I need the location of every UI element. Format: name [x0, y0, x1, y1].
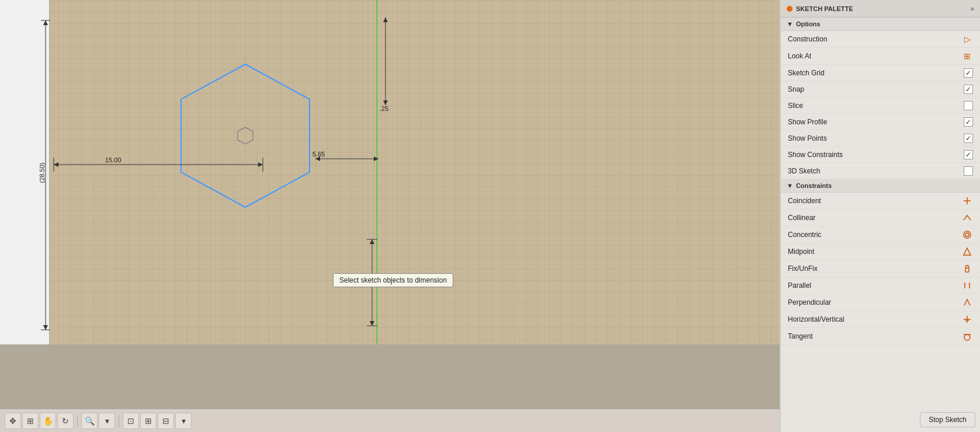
constraints-section-label: Constraints — [796, 182, 832, 189]
panel-dot-icon — [787, 6, 793, 12]
constraint-perpendicular-row: Perpendicular — [781, 294, 980, 311]
horizvert-label: Horizontal/Vertical — [788, 315, 845, 323]
toolbar-btn-view1[interactable]: ⊡ — [123, 413, 139, 429]
green-vertical-line — [377, 0, 377, 344]
showconstraints-label: Show Constraints — [788, 151, 843, 159]
toolbar-btn-view2[interactable]: ⊞ — [140, 413, 157, 429]
tangent-icon[interactable] — [961, 330, 973, 342]
svg-marker-14 — [383, 18, 388, 22]
dimension-25: .25 — [380, 105, 388, 112]
perpendicular-icon[interactable] — [961, 297, 973, 308]
toolbar-btn-view-dropdown[interactable]: ▾ — [175, 413, 192, 429]
showconstraints-checkbox[interactable] — [964, 150, 973, 159]
slice-label: Slice — [788, 102, 803, 110]
snap-checkbox[interactable] — [964, 85, 973, 94]
svg-marker-7 — [374, 156, 378, 161]
construction-label: Construction — [788, 35, 827, 43]
toolbar-sep-1 — [77, 415, 78, 427]
svg-marker-9 — [370, 239, 374, 244]
option-lookat-row: Look At ⊞ — [781, 48, 980, 65]
dimension-arrows — [0, 0, 780, 344]
svg-rect-28 — [965, 268, 969, 272]
option-showconstraints-row: Show Constraints — [781, 147, 980, 163]
stop-sketch-button[interactable]: Stop Sketch — [920, 412, 975, 427]
toolbar-btn-select[interactable]: ✥ — [5, 413, 21, 429]
constraint-tangent-row: Tangent — [781, 328, 980, 345]
option-showpoints-row: Show Points — [781, 130, 980, 147]
panel-title: SKETCH PALETTE — [787, 5, 853, 12]
options-section-label: Options — [796, 20, 821, 27]
midpoint-icon[interactable] — [961, 246, 973, 257]
toolbar-btn-view3[interactable]: ⊟ — [158, 413, 174, 429]
option-construction-row: Construction ◁ — [781, 31, 980, 48]
toolbar-group-1: ✥ ⊞ ✋ ↻ — [5, 413, 74, 429]
svg-point-35 — [964, 335, 970, 340]
fixunfix-icon[interactable] — [961, 263, 973, 274]
concentric-label: Concentric — [788, 231, 821, 239]
slice-checkbox[interactable] — [964, 101, 973, 110]
svg-marker-10 — [370, 321, 374, 326]
option-slice-row: Slice — [781, 97, 980, 114]
constraint-collinear-row: Collinear — [781, 210, 980, 227]
dimension-565: 5.65 — [312, 151, 325, 158]
toolbar-btn-zoom-dropdown[interactable]: ▾ — [99, 413, 115, 429]
constraint-concentric-row: Concentric — [781, 227, 980, 243]
concentric-icon[interactable] — [961, 229, 973, 241]
dimension-15: 15.00 — [105, 156, 121, 163]
bottom-toolbar: ✥ ⊞ ✋ ↻ 🔍 ▾ ⊡ ⊞ ⊟ ▾ — [0, 409, 780, 432]
constraint-coincident-row: Coincident — [781, 193, 980, 210]
showpoints-checkbox[interactable] — [964, 134, 973, 143]
coincident-label: Coincident — [788, 197, 821, 205]
constraint-midpoint-row: Midpoint — [781, 243, 980, 260]
option-sketchgrid-row: Sketch Grid — [781, 65, 980, 81]
canvas-area[interactable]: 15.00 5.65 (28.50) .25 8.60 Select sketc… — [0, 0, 780, 432]
showprofile-label: Show Profile — [788, 118, 827, 126]
panel-header: SKETCH PALETTE » — [781, 0, 980, 18]
toolbar-btn-zoom[interactable]: 🔍 — [81, 413, 98, 429]
fixunfix-label: Fix/UnFix — [788, 264, 818, 273]
snap-label: Snap — [788, 85, 804, 93]
collinear-icon[interactable] — [961, 212, 973, 224]
svg-marker-1 — [54, 162, 58, 167]
constraint-horizvert-row: Horizontal/Vertical — [781, 311, 980, 328]
lookat-label: Look At — [788, 52, 811, 60]
perpendicular-label: Perpendicular — [788, 298, 831, 306]
toolbar-btn-rotate[interactable]: ↻ — [57, 413, 74, 429]
parallel-label: Parallel — [788, 281, 811, 290]
midpoint-label: Midpoint — [788, 248, 814, 256]
section-options-header[interactable]: ▼ Options — [781, 18, 980, 31]
3dsketch-checkbox[interactable] — [964, 166, 973, 176]
toolbar-group-2: 🔍 ▾ — [81, 413, 115, 429]
constraint-fixunfix-row: Fix/UnFix — [781, 260, 980, 277]
constraint-parallel-row: Parallel — [781, 277, 980, 294]
3dsketch-label: 3D Sketch — [788, 167, 820, 175]
lookat-icon[interactable]: ⊞ — [961, 50, 973, 62]
option-snap-row: Snap — [781, 81, 980, 97]
tangent-label: Tangent — [788, 332, 813, 340]
toolbar-group-3: ⊡ ⊞ ⊟ ▾ — [123, 413, 192, 429]
options-arrow-icon: ▼ — [787, 20, 793, 27]
collinear-label: Collinear — [788, 214, 815, 222]
toolbar-btn-grid[interactable]: ⊞ — [22, 413, 39, 429]
svg-marker-15 — [383, 100, 388, 105]
coincident-icon[interactable] — [961, 195, 973, 207]
panel-title-text: SKETCH PALETTE — [796, 5, 853, 12]
construction-icon[interactable]: ◁ — [961, 33, 973, 45]
option-3dsketch-row: 3D Sketch — [781, 163, 980, 179]
svg-marker-21 — [181, 64, 310, 207]
showprofile-checkbox[interactable] — [964, 117, 973, 127]
toolbar-btn-pan[interactable]: ✋ — [40, 413, 56, 429]
svg-marker-27 — [964, 248, 971, 255]
toolbar-sep-2 — [119, 415, 119, 427]
constraints-arrow-icon: ▼ — [787, 182, 793, 189]
sketchgrid-label: Sketch Grid — [788, 69, 825, 77]
svg-point-25 — [964, 231, 971, 238]
horizvert-icon[interactable] — [961, 313, 973, 325]
dimension-2850: (28.50) — [39, 163, 46, 183]
sketchgrid-checkbox[interactable] — [964, 68, 973, 78]
panel-collapse-button[interactable]: » — [970, 5, 974, 13]
svg-point-26 — [965, 233, 969, 236]
showpoints-label: Show Points — [788, 134, 827, 142]
parallel-icon[interactable] — [961, 280, 973, 291]
section-constraints-header[interactable]: ▼ Constraints — [781, 179, 980, 193]
